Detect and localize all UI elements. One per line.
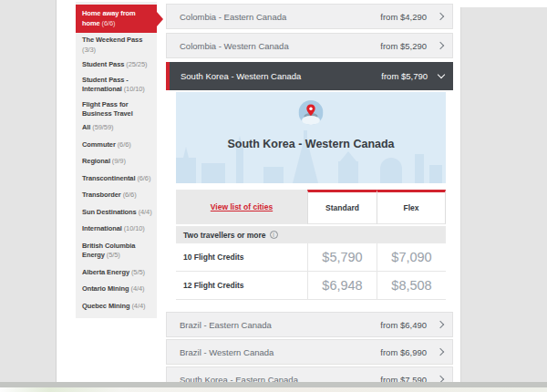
sidebar-item-bc-energy[interactable]: British Columbia Energy (5/5): [76, 238, 157, 264]
bottom-edge-strip: [0, 387, 547, 392]
accordion-row-brazil-eastern-canada[interactable]: Brazil - Eastern Canada from $6,490: [166, 312, 453, 337]
sidebar-item-label: Transcontinental: [82, 174, 135, 182]
flex-price: $8,508: [377, 272, 446, 299]
chevron-right-icon: [437, 348, 444, 356]
sidebar-item-ontario-mining[interactable]: Ontario Mining (4/4): [76, 281, 157, 298]
sidebar-item-count: (6/6): [123, 191, 137, 199]
credits-label: 10 Flight Credits: [176, 243, 307, 271]
expanded-pass-panel: South Korea - Western Canada View list o…: [166, 90, 453, 311]
sidebar-item-label: Student Pass: [82, 60, 124, 68]
left-page-margin: [0, 0, 57, 382]
column-header-standard: Standard: [307, 190, 377, 224]
sidebar-item-count: (6/6): [118, 140, 131, 149]
standard-price: $5,790: [307, 243, 377, 271]
accordion-row-colombia-western-canada[interactable]: Colombia - Western Canada from $5,290: [166, 33, 453, 58]
sidebar-item-sun-destinations[interactable]: Sun Destinations (4/4): [76, 204, 157, 222]
sidebar-item-student-pass[interactable]: Student Pass (25/25): [76, 57, 157, 73]
accordion-row-colombia-eastern-canada[interactable]: Colombia - Eastern Canada from $4,290: [166, 4, 453, 29]
sidebar-item-label: All: [82, 123, 90, 131]
sidebar-item-commuter[interactable]: Commuter (6/6): [76, 137, 157, 154]
sidebar-item-label: Alberta Energy: [82, 268, 129, 276]
info-icon[interactable]: i: [270, 231, 278, 239]
pass-type-filter-group: Home away from home (6/6) The Weekend Pa…: [76, 2, 157, 134]
chevron-right-icon: [437, 42, 444, 49]
pass-title: South Korea - Western Canada: [176, 138, 446, 150]
route-label: South Korea - Western Canada: [181, 71, 381, 81]
destination-hero-banner: South Korea - Western Canada: [176, 92, 446, 183]
sidebar-item-count: (5/5): [107, 251, 120, 259]
traveller-group-row: Two travellers or more i: [176, 226, 446, 243]
sidebar-item-student-pass-international[interactable]: Student Pass - International (10/10): [76, 73, 157, 98]
sidebar-item-label: Ontario Mining: [82, 284, 129, 293]
route-price: from $6,990: [380, 347, 427, 357]
sidebar-item-all[interactable]: All (59/59): [76, 119, 157, 137]
accordion-row-south-korea-western-canada-expanded[interactable]: South Korea - Western Canada from $5,790: [166, 62, 453, 90]
sidebar-item-count: (4/4): [131, 302, 145, 310]
category-filter-group: All (59/59) Commuter (6/6) Regional (9/9…: [76, 116, 157, 318]
sidebar-item-count: (10/10): [124, 224, 145, 232]
sidebar-item-transborder[interactable]: Transborder (6/6): [76, 187, 157, 204]
table-row-10-flight-credits: 10 Flight Credits $5,790 $7,090: [176, 243, 446, 272]
sidebar-item-transcontinental[interactable]: Transcontinental (6/6): [76, 170, 157, 188]
right-page-margin: [460, 7, 547, 382]
sidebar-item-label: International: [82, 224, 122, 232]
route-label: Colombia - Eastern Canada: [180, 12, 380, 22]
chevron-down-icon: [438, 71, 445, 78]
route-price: from $5,290: [380, 41, 427, 51]
sidebar-item-count: (59/59): [92, 123, 113, 131]
sidebar-item-label: Quebec Mining: [82, 302, 129, 310]
standard-price: $6,948: [307, 272, 377, 299]
route-label: Colombia - Western Canada: [180, 41, 380, 51]
sidebar-item-label: Sun Destinations: [82, 208, 137, 216]
sidebar-item-count: (6/6): [102, 19, 116, 27]
sidebar-item-count: (5/5): [131, 268, 145, 276]
sidebar-item-label: Regional: [82, 157, 110, 165]
chevron-right-icon: [437, 321, 444, 328]
sidebar-item-label: Student Pass - International: [82, 76, 129, 94]
credits-label: 12 Flight Credits: [176, 272, 307, 299]
sidebar-item-count: (3/3): [82, 46, 96, 54]
sidebar-item-quebec-mining[interactable]: Quebec Mining (4/4): [76, 298, 157, 315]
sidebar-item-count: (9/9): [112, 157, 126, 165]
pricing-table: View list of cities Standard Flex Two tr…: [176, 190, 446, 300]
table-row-12-flight-credits: 12 Flight Credits $6,948 $8,508: [176, 272, 446, 300]
pricing-table-header: View list of cities Standard Flex: [176, 190, 446, 224]
column-header-flex: Flex: [377, 190, 446, 224]
sidebar-item-label: Transborder: [82, 191, 121, 199]
sidebar-item-home-away-from-home[interactable]: Home away from home (6/6): [76, 5, 157, 33]
sidebar-item-weekend-pass[interactable]: The Weekend Pass (3/3): [76, 33, 157, 57]
sidebar-item-international[interactable]: International (10/10): [76, 221, 157, 238]
flex-price: $7,090: [377, 243, 446, 271]
route-price: from $4,290: [380, 12, 427, 22]
traveller-group-label: Two travellers or more: [183, 231, 266, 240]
sidebar-item-label: The Weekend Pass: [82, 36, 142, 44]
accordion-row-brazil-western-canada[interactable]: Brazil - Western Canada from $6,990: [166, 339, 453, 365]
cities-cell: View list of cities: [176, 190, 307, 224]
sidebar-item-alberta-energy[interactable]: Alberta Energy (5/5): [76, 264, 157, 282]
route-label: Brazil - Eastern Canada: [180, 320, 380, 330]
sidebar-item-count: (4/4): [139, 208, 152, 216]
chevron-right-icon: [437, 13, 444, 20]
sidebar-item-count: (6/6): [137, 174, 150, 182]
view-cities-link[interactable]: View list of cities: [211, 202, 273, 211]
sidebar-item-label: Commuter: [82, 140, 116, 149]
sidebar-item-count: (4/4): [131, 284, 145, 293]
route-label: Brazil - Western Canada: [180, 347, 380, 357]
sidebar-item-count: (25/25): [126, 60, 147, 68]
sidebar-item-count: (10/10): [124, 85, 145, 93]
route-price: from $5,790: [381, 71, 428, 81]
route-price: from $6,490: [380, 320, 427, 330]
flight-pass-page: Home away from home (6/6) The Weekend Pa…: [0, 0, 547, 392]
location-pin-icon: [299, 100, 324, 125]
sidebar-item-regional[interactable]: Regional (9/9): [76, 153, 157, 170]
